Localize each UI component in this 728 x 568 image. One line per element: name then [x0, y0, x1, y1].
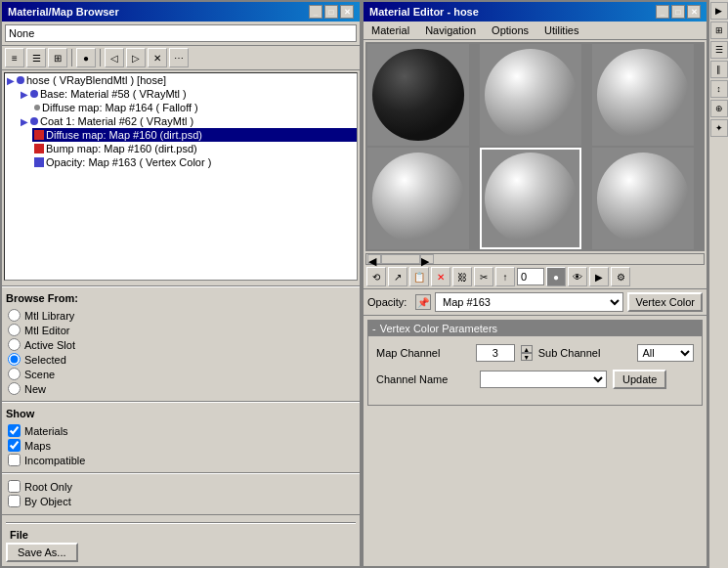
- unlink-button[interactable]: ✂: [474, 267, 493, 286]
- list-view-button[interactable]: ≡: [5, 48, 24, 67]
- tree-node-hose[interactable]: ▶ hose ( VRayBlendMtl ) [hose]: [5, 73, 357, 87]
- channel-name-row: Channel Name Update: [376, 370, 694, 389]
- sidebar-icon-4[interactable]: ∥: [710, 61, 728, 78]
- show-checkboxes2: Root Only By Object: [2, 477, 360, 510]
- map-dropdown[interactable]: Map #163: [435, 292, 623, 312]
- map-icon-red: [34, 144, 44, 153]
- active-slot-radio[interactable]: [8, 338, 21, 351]
- root-only-label: Root Only: [24, 481, 72, 493]
- sub-channel-dropdown[interactable]: All: [637, 344, 694, 362]
- menu-navigation[interactable]: Navigation: [421, 23, 480, 37]
- new-radio[interactable]: [8, 382, 21, 395]
- assign-button[interactable]: 📋: [409, 267, 429, 286]
- update-button[interactable]: Update: [613, 370, 666, 389]
- menu-options[interactable]: Options: [488, 23, 533, 37]
- scroll-thumb[interactable]: [381, 254, 420, 264]
- sidebar-icon-5[interactable]: ↕: [710, 80, 728, 98]
- by-object-checkbox[interactable]: [8, 495, 21, 507]
- none-input[interactable]: [5, 24, 357, 42]
- opacity-pin-icon[interactable]: 📌: [415, 294, 431, 310]
- list-view2-button[interactable]: ☰: [26, 48, 46, 67]
- materials-check-item[interactable]: Materials: [8, 423, 354, 438]
- remove-button[interactable]: ✕: [431, 267, 450, 286]
- radio-scene[interactable]: Scene: [8, 367, 354, 381]
- right-minimize-button[interactable]: _: [656, 5, 669, 19]
- sphere-1[interactable]: [367, 44, 469, 146]
- maps-checkbox[interactable]: [8, 439, 21, 452]
- maps-check-item[interactable]: Maps: [8, 438, 354, 453]
- incompatible-label: Incompatible: [24, 455, 85, 466]
- tree-node-diffuse160[interactable]: Diffuse map: Map #160 (dirt.psd): [32, 128, 357, 142]
- video-preview-button[interactable]: ▶: [589, 267, 609, 286]
- tree-node-diffuse164[interactable]: Diffuse map: Map #164 ( Falloff ): [32, 101, 357, 114]
- incompatible-checkbox[interactable]: [8, 454, 21, 466]
- link-button[interactable]: ⛓: [452, 267, 472, 286]
- root-only-check-item[interactable]: Root Only: [8, 479, 354, 494]
- radio-active-slot[interactable]: Active Slot: [8, 337, 354, 352]
- sphere-4[interactable]: [367, 148, 469, 249]
- nav-forward-button[interactable]: ▷: [126, 48, 146, 67]
- tree-node-coat1[interactable]: ▶ Coat 1: Material #62 ( VRayMtl ): [19, 114, 357, 128]
- materials-checkbox[interactable]: [8, 424, 21, 437]
- sidebar-icon-6[interactable]: ⊕: [710, 100, 728, 117]
- show-in-viewport-button[interactable]: 👁: [568, 267, 587, 286]
- sphere-5[interactable]: [480, 148, 581, 249]
- incompatible-check-item[interactable]: Incompatible: [8, 453, 354, 467]
- spin-down[interactable]: ▼: [521, 353, 533, 361]
- more-button[interactable]: ⋯: [169, 48, 189, 67]
- sphere-3[interactable]: [592, 44, 694, 146]
- scene-radio[interactable]: [8, 368, 21, 380]
- level-input[interactable]: 0: [517, 268, 544, 285]
- channel-name-dropdown[interactable]: [480, 371, 607, 388]
- options-button[interactable]: ⚙: [611, 267, 630, 286]
- selected-radio[interactable]: [8, 353, 21, 366]
- radio-new[interactable]: New: [8, 381, 354, 396]
- minimize-button[interactable]: _: [309, 5, 322, 19]
- right-title: Material Editor - hose: [369, 6, 479, 18]
- radio-selected[interactable]: Selected: [8, 352, 354, 367]
- horizontal-scrollbar[interactable]: ◀ ▶: [365, 253, 705, 265]
- close-button[interactable]: ✕: [340, 5, 354, 19]
- sidebar-icon-7[interactable]: ✦: [710, 119, 728, 137]
- menu-material[interactable]: Material: [367, 23, 413, 37]
- material-tree[interactable]: ▶ hose ( VRayBlendMtl ) [hose] ▶ Base: M…: [4, 72, 358, 281]
- nav-back-button[interactable]: ◁: [105, 48, 124, 67]
- sphere-preview-button[interactable]: ●: [546, 267, 566, 286]
- tree-node-bump160[interactable]: Bump map: Map #160 (dirt.psd): [32, 142, 357, 155]
- mtl-editor-radio[interactable]: [8, 324, 21, 336]
- scroll-left-btn[interactable]: ◀: [367, 254, 381, 264]
- sphere-6[interactable]: [592, 148, 694, 249]
- radio-mtl-library[interactable]: Mtl Library: [8, 308, 354, 323]
- save-as-button[interactable]: Save As...: [6, 543, 78, 562]
- collapse-btn[interactable]: -: [372, 323, 376, 334]
- right-maximize-button[interactable]: □: [671, 5, 685, 19]
- circle-button[interactable]: ●: [76, 48, 96, 67]
- show-label: Show: [2, 406, 360, 421]
- browse-from-label: Browse From:: [2, 290, 360, 306]
- vertex-color-button[interactable]: Vertex Color: [627, 292, 703, 312]
- tree-node-base[interactable]: ▶ Base: Material #58 ( VRayMtl ): [19, 87, 357, 101]
- map-channel-input[interactable]: [476, 344, 515, 362]
- toolbar-sep1: [71, 49, 72, 66]
- by-object-check-item[interactable]: By Object: [8, 494, 354, 508]
- spin-up[interactable]: ▲: [521, 345, 533, 353]
- scroll-right-btn[interactable]: ▶: [420, 254, 434, 264]
- get-material-button[interactable]: ⟲: [366, 267, 386, 286]
- sidebar-icon-2[interactable]: ⊞: [710, 22, 728, 39]
- sidebar-icon-3[interactable]: ☰: [710, 41, 728, 59]
- right-close-button[interactable]: ✕: [687, 5, 701, 19]
- mtl-library-radio[interactable]: [8, 309, 21, 322]
- small-icons-button[interactable]: ⊞: [48, 48, 67, 67]
- sidebar-icon-1[interactable]: ▶: [710, 2, 728, 20]
- maximize-button[interactable]: □: [324, 5, 338, 19]
- menu-utilities[interactable]: Utilities: [540, 23, 582, 37]
- radio-mtl-editor[interactable]: Mtl Editor: [8, 323, 354, 337]
- nav-parent-button[interactable]: ↑: [495, 267, 515, 286]
- sphere-2[interactable]: [480, 44, 581, 146]
- root-only-checkbox[interactable]: [8, 480, 21, 493]
- put-material-button[interactable]: ↗: [388, 267, 407, 286]
- tree-node-opacity163[interactable]: Opacity: Map #163 ( Vertex Color ): [32, 155, 357, 169]
- map-channel-row: Map Channel ▲ ▼ Sub Channel All: [376, 344, 694, 362]
- delete-button[interactable]: ✕: [148, 48, 167, 67]
- node-label: Bump map: Map #160 (dirt.psd): [46, 143, 197, 154]
